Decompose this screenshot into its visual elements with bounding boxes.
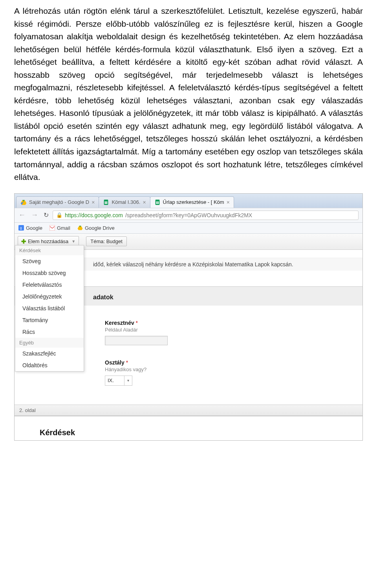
question-grade: Osztály * Hányadikos vagy? IX. ▾ — [105, 359, 362, 386]
bookmark-google[interactable]: g Google — [18, 225, 42, 231]
menu-item-multiple-choice[interactable]: Feleletválasztós — [15, 279, 84, 291]
menu-item-section-header[interactable]: Szakaszfejléc — [15, 348, 84, 359]
menu-item-grid[interactable]: Rács — [15, 326, 84, 338]
question-help: Például Aladár — [105, 327, 362, 333]
doc-paragraph-text: A létrehozás után rögtön elénk tárul a s… — [14, 6, 363, 181]
forward-icon[interactable]: → — [31, 211, 38, 219]
tab-form-editor[interactable]: Űrlap szerkesztése - [ Köm × — [150, 196, 234, 208]
page2-header-text: Kérdések — [40, 428, 75, 437]
question-firstname: Keresztnév * Például Aladár — [105, 320, 362, 345]
menu-header-questions: Kérdések — [15, 245, 84, 255]
bookmark-label: Google — [26, 225, 42, 231]
bookmark-gmail[interactable]: Gmail — [49, 225, 70, 231]
url-path: /spreadsheet/gform?key=0ApGWOuhvuugkdFk2… — [125, 212, 252, 218]
close-icon[interactable]: × — [227, 199, 230, 205]
required-star: * — [136, 320, 138, 326]
gmail-icon — [49, 225, 55, 231]
sheets-icon — [103, 199, 109, 205]
chevron-down-icon: ▼ — [71, 239, 75, 244]
add-element-menu: Kérdések Szöveg Hosszabb szöveg Feleletv… — [15, 245, 84, 372]
add-button-label: Elem hozzáadása — [28, 238, 68, 244]
firstname-input[interactable] — [105, 336, 168, 345]
bookmarks-bar: g Google Gmail Google Drive — [15, 223, 362, 234]
browser-tabs: Saját meghajtó - Google D × Kömal I.306.… — [15, 194, 362, 208]
svg-text:g: g — [20, 226, 22, 230]
url-host: https://docs.google.com — [65, 212, 123, 218]
back-icon[interactable]: ← — [18, 211, 26, 219]
menu-item-paragraph[interactable]: Hosszabb szöveg — [15, 267, 84, 279]
bookmark-label: Google Drive — [85, 225, 115, 231]
menu-item-scale[interactable]: Tartomány — [15, 314, 84, 326]
select-value: IX. — [105, 377, 124, 383]
question-help: Hányadikos vagy? — [105, 366, 362, 372]
tab-label: Kömal I.306. — [112, 199, 140, 205]
menu-item-list[interactable]: Választás listából — [15, 302, 84, 314]
bookmark-label: Gmail — [57, 225, 70, 231]
plus-icon: ✚ — [21, 238, 26, 245]
question-title: Keresztnév — [105, 320, 134, 326]
tab-label: Űrlap szerkesztése - [ Köm — [163, 199, 224, 205]
page2-section-header[interactable]: Kérdések — [15, 416, 362, 440]
close-icon[interactable]: × — [143, 199, 146, 205]
svg-rect-13 — [49, 225, 55, 231]
grade-select[interactable]: IX. ▾ — [105, 376, 132, 386]
sheets-icon — [154, 199, 161, 205]
tab-drive[interactable]: Saját meghajtó - Google D × — [16, 196, 99, 208]
drive-icon — [20, 199, 27, 205]
screenshot-container: Saját meghajtó - Google D × Kömal I.306.… — [14, 193, 363, 441]
menu-item-page-break[interactable]: Oldaltörés — [15, 359, 84, 371]
section-header-text: adatok — [93, 294, 113, 300]
menu-item-text[interactable]: Szöveg — [15, 255, 84, 267]
page-marker-text: 2. oldal — [19, 407, 36, 413]
theme-button-label: Téma: Budget — [90, 238, 123, 244]
page-marker: 2. oldal — [15, 405, 362, 416]
nav-icons: ← → ↻ — [18, 211, 49, 219]
menu-header-other: Egyéb — [15, 338, 84, 348]
close-icon[interactable]: × — [92, 199, 95, 205]
theme-button[interactable]: Téma: Budget — [86, 236, 127, 246]
lock-icon: 🔒 — [56, 212, 62, 218]
google-icon: g — [18, 225, 24, 231]
bookmark-drive[interactable]: Google Drive — [77, 225, 115, 231]
form-description-text: időd, kérlek válaszolj néhány kérdésre a… — [93, 261, 293, 267]
tab-komal[interactable]: Kömal I.306. × — [99, 196, 150, 208]
url-field[interactable]: 🔒 https://docs.google.com/spreadsheet/gf… — [53, 211, 359, 220]
reload-icon[interactable]: ↻ — [44, 211, 49, 219]
required-star: * — [126, 359, 128, 366]
tab-label: Saját meghajtó - Google D — [29, 199, 89, 205]
question-title: Osztály — [105, 359, 124, 366]
document-paragraph: A létrehozás után rögtön elénk tárul a s… — [0, 0, 377, 193]
url-bar: ← → ↻ 🔒 https://docs.google.com/spreadsh… — [15, 208, 362, 223]
drive-icon — [77, 225, 83, 231]
menu-item-checkboxes[interactable]: Jelölőnégyzetek — [15, 291, 84, 302]
chevron-down-icon: ▾ — [124, 376, 132, 385]
